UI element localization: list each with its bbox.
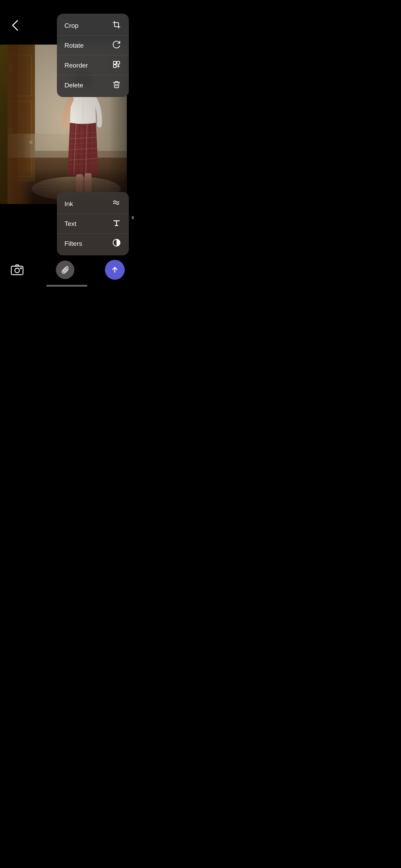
side-indicator-dot [132, 216, 134, 219]
top-context-menu: Crop Rotate Reorder Delete [57, 14, 129, 97]
ink-menu-item[interactable]: Ink [57, 194, 129, 214]
delete-icon [112, 80, 121, 90]
filters-icon [112, 239, 121, 249]
svg-rect-46 [117, 61, 120, 64]
delete-label: Delete [64, 82, 83, 89]
reorder-icon [112, 60, 121, 70]
ink-label: Ink [64, 200, 73, 208]
reorder-label: Reorder [64, 62, 88, 69]
send-button[interactable] [105, 260, 125, 280]
svg-rect-47 [113, 65, 116, 68]
svg-rect-45 [113, 61, 116, 64]
rotate-label: Rotate [64, 42, 84, 49]
text-icon [112, 219, 121, 229]
rotate-icon [112, 40, 121, 50]
back-button[interactable] [8, 18, 23, 33]
adjacent-image-peek [0, 45, 8, 204]
delete-menu-item[interactable]: Delete [57, 75, 129, 95]
camera-add-button[interactable] [9, 262, 25, 278]
bottom-toolbar [0, 260, 134, 280]
text-label: Text [64, 220, 76, 228]
filters-label: Filters [64, 240, 82, 248]
svg-point-50 [15, 268, 19, 273]
attach-button[interactable] [56, 261, 74, 279]
reorder-menu-item[interactable]: Reorder [57, 56, 129, 75]
bottom-context-menu: Ink Text Filters [57, 192, 129, 255]
crop-icon [112, 21, 121, 31]
text-menu-item[interactable]: Text [57, 214, 129, 234]
ink-icon [112, 199, 121, 209]
rotate-menu-item[interactable]: Rotate [57, 36, 129, 56]
crop-label: Crop [64, 22, 78, 29]
crop-menu-item[interactable]: Crop [57, 16, 129, 36]
home-indicator [46, 285, 87, 287]
filters-menu-item[interactable]: Filters [57, 234, 129, 253]
